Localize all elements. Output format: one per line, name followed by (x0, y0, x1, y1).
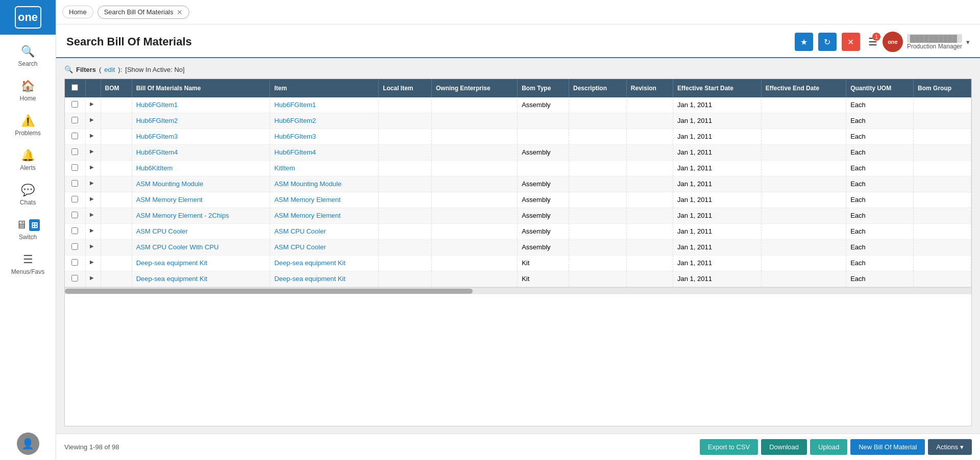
cell-local-item (379, 176, 432, 192)
col-eff-end[interactable]: Effective End Date (761, 79, 846, 97)
close-tab-icon[interactable]: ✕ (177, 8, 183, 16)
row-checkbox[interactable] (71, 243, 78, 250)
home-icon: 🏠 (21, 80, 35, 93)
sidebar-item-chats[interactable]: 💬 Chats (0, 177, 56, 212)
row-checkbox[interactable] (71, 148, 78, 155)
bom-name-link[interactable]: ASM Memory Element (136, 196, 203, 203)
table-row: Hub6FGItem1 Hub6FGItem1 Assembly Jan 1, … (65, 97, 971, 113)
item-link[interactable]: Deep-sea equipment Kit (274, 259, 345, 267)
cell-item: Hub6FGItem3 (270, 129, 379, 145)
select-all-checkbox[interactable] (71, 84, 78, 91)
scrollbar-thumb[interactable] (65, 289, 473, 294)
item-link[interactable]: Hub6FGItem3 (274, 133, 316, 140)
upload-button[interactable]: Upload (810, 439, 847, 455)
bom-name-link[interactable]: Hub6FGItem3 (136, 133, 178, 140)
row-expand-cell[interactable] (85, 224, 101, 240)
bom-name-link[interactable]: ASM CPU Cooler With CPU (136, 243, 219, 251)
row-checkbox[interactable] (71, 164, 78, 171)
bom-name-link[interactable]: Hub6FGItem2 (136, 117, 178, 124)
row-expand-cell[interactable] (85, 145, 101, 161)
item-link[interactable]: ASM Mounting Module (274, 180, 341, 188)
row-checkbox[interactable] (71, 212, 78, 218)
sidebar-item-home[interactable]: 🏠 Home (0, 73, 56, 108)
bom-name-link[interactable]: ASM CPU Cooler (136, 227, 188, 235)
cell-bom (101, 145, 132, 161)
refresh-button[interactable]: ↻ (818, 33, 837, 51)
row-checkbox[interactable] (71, 180, 78, 187)
row-checkbox[interactable] (71, 117, 78, 123)
sidebar-item-switch[interactable]: 🖥 ⊞ Switch (0, 212, 56, 247)
cell-revision (626, 192, 673, 208)
sidebar-item-alerts[interactable]: 🔔 Alerts (0, 143, 56, 177)
cell-local-item (379, 224, 432, 240)
sidebar-item-search[interactable]: 🔍 Search (0, 39, 56, 73)
item-link[interactable]: ASM Memory Element (274, 196, 340, 203)
bom-name-link[interactable]: ASM Mounting Module (136, 180, 204, 188)
row-expand-cell[interactable] (85, 161, 101, 176)
cell-qty-uom: Each (846, 240, 914, 255)
menu-button[interactable]: ☰ 1 (868, 36, 877, 48)
filters-edit-link[interactable]: edit (104, 66, 115, 73)
col-item[interactable]: Item (270, 79, 379, 97)
col-revision[interactable]: Revision (626, 79, 673, 97)
col-local-item[interactable]: Local Item (379, 79, 432, 97)
tab-home[interactable]: Home (62, 6, 93, 18)
row-checkbox[interactable] (71, 275, 78, 282)
cell-eff-end (761, 161, 846, 176)
item-link[interactable]: Hub6FGItem1 (274, 101, 316, 109)
col-bom-group[interactable]: Bom Group (914, 79, 971, 97)
row-expand-cell[interactable] (85, 240, 101, 255)
new-bom-button[interactable]: New Bill Of Material (850, 439, 925, 455)
col-bom-type[interactable]: Bom Type (518, 79, 569, 97)
row-expand-cell[interactable] (85, 97, 101, 113)
row-checkbox[interactable] (71, 196, 78, 202)
col-description[interactable]: Description (569, 79, 626, 97)
cell-bom-group (914, 176, 971, 192)
tab-search-bom[interactable]: Search Bill Of Materials ✕ (97, 6, 189, 19)
col-eff-start[interactable]: Effective Start Date (673, 79, 761, 97)
col-qty-uom[interactable]: Quantity UOM (846, 79, 914, 97)
item-link[interactable]: ASM CPU Cooler (274, 243, 326, 251)
row-checkbox[interactable] (71, 259, 78, 266)
row-expand-cell[interactable] (85, 129, 101, 145)
switch-icon: ⊞ (29, 219, 40, 231)
user-dropdown-arrow[interactable]: ▾ (966, 38, 970, 46)
actions-button[interactable]: Actions ▾ (928, 439, 972, 455)
table-row: ASM Memory Element - 2Chips ASM Memory E… (65, 208, 971, 224)
bom-name-link[interactable]: Deep-sea equipment Kit (136, 275, 207, 283)
download-button[interactable]: Download (761, 439, 807, 455)
row-expand-cell[interactable] (85, 176, 101, 192)
item-link[interactable]: Hub6FGItem2 (274, 117, 316, 124)
item-link[interactable]: KitItem (274, 164, 295, 172)
col-owning-enterprise[interactable]: Owning Enterprise (432, 79, 518, 97)
cell-bom-name: Hub6FGItem2 (132, 113, 270, 129)
export-csv-button[interactable]: Export to CSV (700, 439, 758, 455)
app-logo[interactable]: one (0, 0, 56, 35)
avatar[interactable]: 👤 (17, 432, 39, 455)
favorite-button[interactable]: ★ (795, 33, 813, 51)
row-expand-cell[interactable] (85, 113, 101, 129)
row-expand-cell[interactable] (85, 192, 101, 208)
bom-name-link[interactable]: Hub6FGItem4 (136, 148, 178, 156)
item-link[interactable]: Deep-sea equipment Kit (274, 275, 345, 283)
sidebar-item-problems[interactable]: ⚠️ Problems (0, 108, 56, 143)
row-checkbox[interactable] (71, 133, 78, 139)
bom-name-link[interactable]: ASM Memory Element - 2Chips (136, 212, 229, 219)
row-checkbox[interactable] (71, 227, 78, 234)
item-link[interactable]: Hub6FGItem4 (274, 148, 316, 156)
row-expand-cell[interactable] (85, 208, 101, 224)
row-checkbox[interactable] (71, 101, 78, 108)
item-link[interactable]: ASM Memory Element (274, 212, 340, 219)
row-expand-cell[interactable] (85, 255, 101, 271)
bom-name-link[interactable]: Hub6KitItem (136, 164, 173, 172)
horizontal-scrollbar[interactable] (65, 287, 971, 294)
bom-name-link[interactable]: Deep-sea equipment Kit (136, 259, 207, 267)
cell-qty-uom: Each (846, 192, 914, 208)
close-button[interactable]: ✕ (842, 33, 860, 51)
cell-bom-type: Kit (518, 271, 569, 287)
row-expand-cell[interactable] (85, 271, 101, 287)
bom-name-link[interactable]: Hub6FGItem1 (136, 101, 178, 109)
item-link[interactable]: ASM CPU Cooler (274, 227, 326, 235)
col-bom-name[interactable]: Bill Of Materials Name (132, 79, 270, 97)
sidebar-item-menus[interactable]: ☰ Menus/Favs (0, 247, 56, 282)
